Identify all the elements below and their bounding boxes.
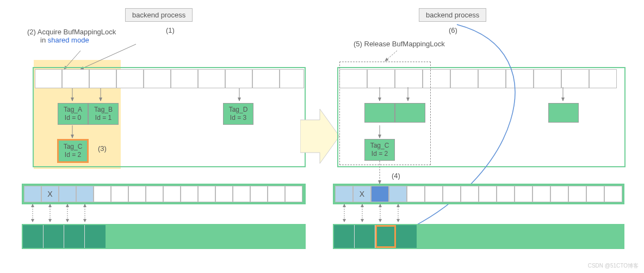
tag-d-name: Tag_D xyxy=(229,106,248,113)
bucket-7 xyxy=(225,69,252,88)
pool-r-rest xyxy=(417,225,623,248)
backend-process-label-box: backend process xyxy=(125,8,193,22)
bucket-9 xyxy=(280,69,304,88)
bucket-3 xyxy=(116,69,144,88)
tag-c-box-r: Tag_C Id = 2 xyxy=(364,139,395,161)
step-2-shared-mode: shared mode xyxy=(48,36,89,44)
bucket-0 xyxy=(35,69,62,88)
backend-process-label: backend process xyxy=(125,8,193,22)
step-2-line1: (2) Acquire BufMappingLock xyxy=(27,28,116,36)
bucket-5 xyxy=(171,69,198,88)
pool-0 xyxy=(23,225,44,248)
bucket-r-6 xyxy=(506,69,534,88)
svg-marker-10 xyxy=(300,109,339,163)
step-2-text: (2) Acquire BufMappingLock in shared mod… xyxy=(27,28,116,44)
tag-d-id: Id = 3 xyxy=(230,114,246,122)
tag-d-box: Tag_D Id = 3 xyxy=(223,103,253,125)
tag-c-id-r: Id = 2 xyxy=(371,150,388,157)
tag-b-id: Id = 1 xyxy=(95,114,112,122)
transition-arrow xyxy=(300,104,339,171)
svg-line-11 xyxy=(385,51,397,61)
tag-c-name-r: Tag_C xyxy=(370,142,389,149)
tag-c-box: Tag_C Id = 2 xyxy=(57,139,89,163)
step-2-indent: in xyxy=(40,36,48,44)
pool-r-1 xyxy=(355,225,375,248)
bucket-r-8 xyxy=(561,69,589,88)
pool-r-0 xyxy=(334,225,355,248)
tag-b-name: Tag_B xyxy=(94,106,113,113)
step-5-text: (5) Release BufMappingLock xyxy=(354,40,445,48)
pool-2 xyxy=(64,225,85,248)
tag-a-box: Tag_A Id = 0 xyxy=(58,103,88,125)
bucket-r-5 xyxy=(478,69,506,88)
buffer-pool-r xyxy=(333,224,624,249)
pool-3 xyxy=(85,225,106,248)
tag-a-id: Id = 0 xyxy=(65,114,81,122)
buffer-pool xyxy=(22,224,306,249)
tag-c-id: Id = 2 xyxy=(65,151,81,159)
tag-d-box-r xyxy=(548,103,579,123)
step-4-marker: (4) xyxy=(392,172,400,180)
pool-r-2 xyxy=(375,225,396,248)
bucket-1 xyxy=(62,69,89,88)
bucket-6 xyxy=(198,69,225,88)
step-3-marker: (3) xyxy=(98,144,107,153)
desc-pool-links xyxy=(11,199,309,226)
desc-1-x: X xyxy=(47,190,52,198)
tag-a-name: Tag_A xyxy=(64,106,82,113)
bucket-8 xyxy=(252,69,280,88)
tag-b-box-r xyxy=(395,103,425,123)
desc-pool-links-r xyxy=(332,199,630,226)
step-6-marker: (6) xyxy=(449,26,457,34)
step-1-marker: (1) xyxy=(166,26,175,34)
tag-c-name: Tag_C xyxy=(64,143,83,150)
pool-rest xyxy=(106,225,305,248)
pool-r-3 xyxy=(396,225,417,248)
bucket-4 xyxy=(144,69,171,88)
backend-process-label-box-r: backend process xyxy=(419,8,486,22)
bucket-row xyxy=(35,69,304,88)
tag-a-box-r xyxy=(364,103,395,123)
backend-process-label-r: backend process xyxy=(419,8,486,22)
bucket-2 xyxy=(89,69,116,88)
tag-b-box: Tag_B Id = 1 xyxy=(88,103,119,125)
credit-text: CSDN @51CTO博客 xyxy=(588,262,639,270)
bucket-r-7 xyxy=(534,69,561,88)
bucket-r-4 xyxy=(450,69,478,88)
step-5-line: (5) Release BufMappingLock xyxy=(354,40,445,48)
pool-1 xyxy=(44,225,64,248)
bucket-r-9 xyxy=(589,69,617,88)
desc-r-1-x: X xyxy=(360,190,364,198)
